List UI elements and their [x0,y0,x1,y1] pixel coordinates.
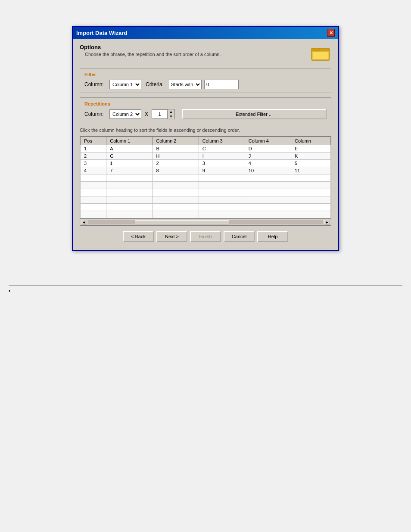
scroll-track[interactable] [88,220,323,224]
table-cell: 2 [153,160,199,167]
header-section: Options Choose the phrase, the repetitio… [80,44,331,61]
table-cell: 3 [199,160,245,167]
table-cell: 8 [153,167,199,174]
x-label: X [145,111,148,117]
table-row: 47891011 [81,167,331,174]
bottom-bullet: • [0,286,411,297]
dialog-body: Options Choose the phrase, the repetitio… [73,39,338,250]
filter-column-select[interactable]: Column 1 Column 2 Column 3 [109,80,141,89]
spinner-buttons: ▲ ▼ [167,109,175,119]
table-cell: 1 [81,145,106,152]
options-description: Choose the phrase, the repetition and th… [85,52,221,57]
svg-rect-2 [311,48,319,51]
finish-button[interactable]: Finish [190,231,221,242]
table-cell: K [291,152,331,160]
button-row: < Back Next > Finish Cancel Help [80,226,331,245]
scroll-left-arrow[interactable]: ◄ [81,220,87,225]
title-bar: Import Data Wizard ✕ [73,27,338,39]
svg-rect-3 [312,52,329,59]
count-spinner: ▲ ▼ [152,109,175,119]
import-wizard-dialog: Import Data Wizard ✕ Options Choose the … [72,26,339,251]
scroll-thumb[interactable] [135,220,229,224]
data-table-container: Pos Column 1 Column 2 Column 3 Column 4 … [80,136,331,219]
table-cell: E [291,145,331,152]
table-cell: 11 [291,167,331,174]
table-cell: G [106,152,153,160]
table-row-empty [81,204,331,211]
repetitions-column-label: Column: [84,111,107,117]
table-row: 2GHIJK [81,152,331,160]
table-row-empty [81,182,331,189]
repetitions-column-select[interactable]: Column 1 Column 2 Column 3 [109,109,141,119]
table-cell: 5 [291,160,331,167]
table-cell: J [245,152,291,160]
filter-row: Column: Column 1 Column 2 Column 3 Crite… [84,80,327,89]
cancel-button[interactable]: Cancel [224,231,255,242]
col-header-pos[interactable]: Pos [81,137,106,145]
data-table: Pos Column 1 Column 2 Column 3 Column 4 … [80,137,331,218]
table-cell: B [153,145,199,152]
table-cell: C [199,145,245,152]
count-input[interactable] [152,109,167,119]
spinner-down-button[interactable]: ▼ [168,114,174,119]
criteria-value-input[interactable] [204,80,239,89]
sort-hint: Click the column heading to sort the fie… [80,128,331,133]
table-cell: 9 [199,167,245,174]
repetitions-row: Column: Column 1 Column 2 Column 3 X ▲ ▼ [84,109,327,119]
table-cell: 4 [245,160,291,167]
scroll-right-arrow[interactable]: ► [324,220,330,225]
folder-icon [311,44,331,61]
table-row-empty [81,174,331,182]
next-button[interactable]: Next > [156,231,187,242]
col-header-col1[interactable]: Column 1 [106,137,153,145]
spinner-up-button[interactable]: ▲ [168,109,174,114]
table-row-empty [81,189,331,196]
col-header-col2[interactable]: Column 2 [153,137,199,145]
filter-column-label: Column: [84,81,107,87]
table-cell: A [106,145,153,152]
filter-section: Filter Column: Column 1 Column 2 Column … [80,68,331,93]
col-header-col3[interactable]: Column 3 [199,137,245,145]
options-title: Options [80,44,221,50]
table-cell: 7 [106,167,153,174]
back-button[interactable]: < Back [123,231,154,242]
dialog-title: Import Data Wizard [76,30,127,36]
col-header-col5[interactable]: Column [291,137,331,145]
repetitions-label: Repetitions [84,101,327,106]
table-cell: D [245,145,291,152]
table-cell: 4 [81,167,106,174]
table-cell: 1 [106,160,153,167]
header-text: Options Choose the phrase, the repetitio… [80,44,221,57]
criteria-select[interactable]: Starts with Contains Equals Ends with [168,80,202,89]
table-row-empty [81,211,331,218]
table-cell: 3 [81,160,106,167]
table-row: 1ABCDE [81,145,331,152]
help-button[interactable]: Help [257,231,288,242]
table-cell: 2 [81,152,106,160]
criteria-label: Criteria: [146,81,164,87]
filter-label: Filter [84,72,327,77]
close-button[interactable]: ✕ [327,29,335,37]
repetitions-section: Repetitions Column: Column 1 Column 2 Co… [80,97,331,123]
horizontal-scrollbar[interactable]: ◄ ► [80,219,331,226]
table-cell: I [199,152,245,160]
table-row-empty [81,196,331,204]
table-cell: 10 [245,167,291,174]
col-header-col4[interactable]: Column 4 [245,137,291,145]
table-row: 312345 [81,160,331,167]
extended-filter-button[interactable]: Extended Filter ... [182,109,327,119]
table-cell: H [153,152,199,160]
